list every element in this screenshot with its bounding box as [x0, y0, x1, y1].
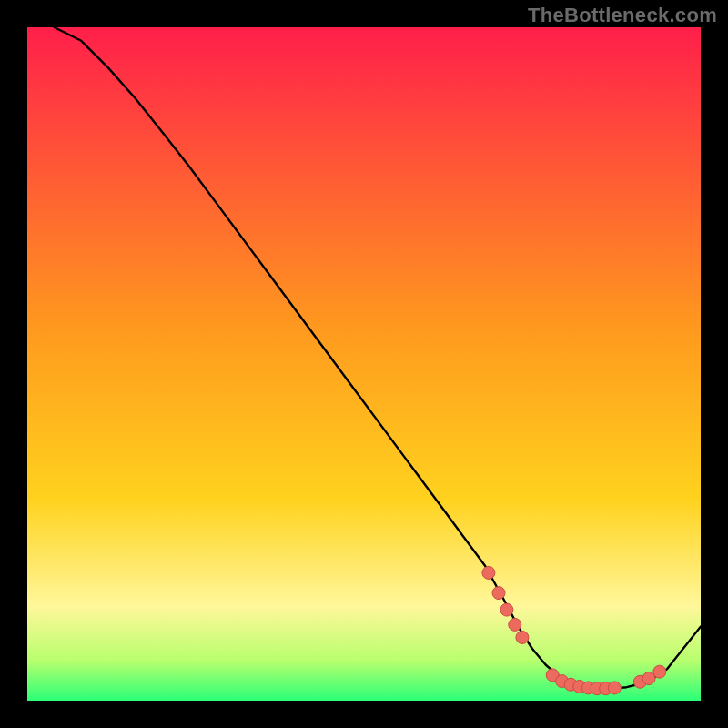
- data-point-dot: [509, 618, 521, 631]
- attribution-label: TheBottleneck.com: [528, 4, 717, 27]
- data-point-dot: [492, 587, 505, 600]
- data-point-dot: [516, 631, 529, 643]
- data-point-dot: [482, 566, 495, 579]
- chart-stage: TheBottleneck.com: [0, 0, 728, 728]
- data-point-dot: [608, 682, 621, 694]
- bottleneck-chart: [0, 0, 728, 728]
- data-point-dot: [653, 665, 666, 678]
- data-point-dot: [500, 603, 513, 616]
- plot-background: [27, 27, 701, 701]
